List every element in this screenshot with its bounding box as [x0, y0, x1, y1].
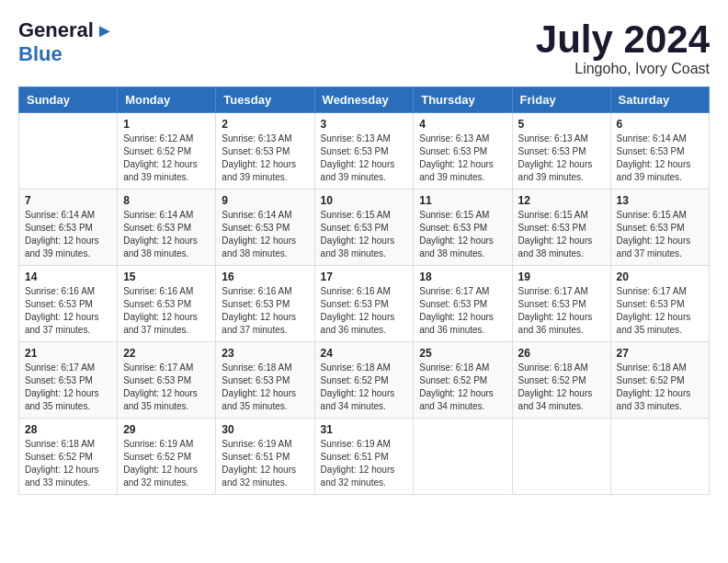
calendar-table: SundayMondayTuesdayWednesdayThursdayFrid… [18, 86, 710, 495]
day-number: 11 [419, 194, 506, 207]
day-number: 4 [419, 118, 506, 131]
day-number: 25 [419, 347, 506, 360]
logo: General ► Blue [18, 18, 114, 66]
calendar-cell: 10Sunrise: 6:15 AM Sunset: 6:53 PM Dayli… [314, 190, 414, 266]
page-header: General ► Blue July 2024 Lingoho, Ivory … [18, 18, 710, 77]
calendar-cell: 12Sunrise: 6:15 AM Sunset: 6:53 PM Dayli… [512, 190, 610, 266]
day-info: Sunrise: 6:17 AM Sunset: 6:53 PM Dayligh… [25, 362, 111, 413]
day-info: Sunrise: 6:18 AM Sunset: 6:52 PM Dayligh… [321, 362, 408, 413]
day-info: Sunrise: 6:17 AM Sunset: 6:53 PM Dayligh… [617, 285, 703, 337]
day-number: 16 [222, 270, 308, 283]
day-number: 31 [321, 423, 408, 436]
day-number: 24 [321, 347, 408, 360]
month-title: July 2024 [536, 18, 710, 61]
calendar-cell: 4Sunrise: 6:13 AM Sunset: 6:53 PM Daylig… [414, 113, 512, 190]
day-number: 22 [123, 347, 210, 360]
day-info: Sunrise: 6:12 AM Sunset: 6:52 PM Dayligh… [123, 132, 210, 184]
day-info: Sunrise: 6:16 AM Sunset: 6:53 PM Dayligh… [321, 285, 408, 337]
day-info: Sunrise: 6:13 AM Sunset: 6:53 PM Dayligh… [419, 132, 506, 184]
calendar-cell: 1Sunrise: 6:12 AM Sunset: 6:52 PM Daylig… [118, 113, 216, 190]
calendar-cell: 30Sunrise: 6:19 AM Sunset: 6:51 PM Dayli… [216, 419, 314, 495]
calendar-cell: 3Sunrise: 6:13 AM Sunset: 6:53 PM Daylig… [314, 113, 414, 190]
calendar-week-row: 1Sunrise: 6:12 AM Sunset: 6:52 PM Daylig… [19, 113, 710, 190]
calendar-cell: 18Sunrise: 6:17 AM Sunset: 6:53 PM Dayli… [414, 266, 512, 342]
calendar-week-row: 28Sunrise: 6:18 AM Sunset: 6:52 PM Dayli… [19, 419, 710, 495]
calendar-cell [414, 419, 512, 495]
calendar-cell: 20Sunrise: 6:17 AM Sunset: 6:53 PM Dayli… [610, 266, 709, 342]
calendar-cell [610, 419, 709, 495]
day-number: 2 [222, 118, 308, 131]
day-info: Sunrise: 6:19 AM Sunset: 6:52 PM Dayligh… [123, 438, 210, 489]
day-info: Sunrise: 6:19 AM Sunset: 6:51 PM Dayligh… [222, 438, 308, 489]
calendar-cell: 6Sunrise: 6:14 AM Sunset: 6:53 PM Daylig… [610, 113, 709, 190]
calendar-cell: 17Sunrise: 6:16 AM Sunset: 6:53 PM Dayli… [314, 266, 414, 342]
day-info: Sunrise: 6:13 AM Sunset: 6:53 PM Dayligh… [321, 132, 408, 184]
weekday-header-monday: Monday [118, 87, 216, 113]
calendar-cell: 23Sunrise: 6:18 AM Sunset: 6:53 PM Dayli… [216, 342, 314, 419]
day-number: 14 [25, 270, 111, 283]
calendar-cell: 16Sunrise: 6:16 AM Sunset: 6:53 PM Dayli… [216, 266, 314, 342]
day-info: Sunrise: 6:13 AM Sunset: 6:53 PM Dayligh… [222, 132, 308, 184]
day-info: Sunrise: 6:18 AM Sunset: 6:52 PM Dayligh… [518, 362, 605, 413]
day-number: 21 [25, 347, 111, 360]
day-number: 9 [222, 194, 308, 207]
day-number: 29 [123, 423, 210, 436]
calendar-cell: 7Sunrise: 6:14 AM Sunset: 6:53 PM Daylig… [19, 190, 118, 266]
weekday-header-sunday: Sunday [19, 87, 118, 113]
calendar-cell: 21Sunrise: 6:17 AM Sunset: 6:53 PM Dayli… [19, 342, 118, 419]
day-number: 18 [419, 270, 506, 283]
day-number: 5 [518, 118, 605, 131]
calendar-cell: 15Sunrise: 6:16 AM Sunset: 6:53 PM Dayli… [118, 266, 216, 342]
day-info: Sunrise: 6:16 AM Sunset: 6:53 PM Dayligh… [25, 285, 111, 337]
day-info: Sunrise: 6:17 AM Sunset: 6:53 PM Dayligh… [518, 285, 605, 337]
weekday-header-wednesday: Wednesday [314, 87, 414, 113]
day-number: 28 [25, 423, 111, 436]
day-info: Sunrise: 6:18 AM Sunset: 6:52 PM Dayligh… [25, 438, 111, 489]
day-number: 26 [518, 347, 605, 360]
day-info: Sunrise: 6:16 AM Sunset: 6:53 PM Dayligh… [222, 285, 308, 337]
day-info: Sunrise: 6:15 AM Sunset: 6:53 PM Dayligh… [321, 209, 408, 260]
day-info: Sunrise: 6:15 AM Sunset: 6:53 PM Dayligh… [617, 209, 703, 260]
day-number: 1 [123, 118, 210, 131]
calendar-cell: 14Sunrise: 6:16 AM Sunset: 6:53 PM Dayli… [19, 266, 118, 342]
day-info: Sunrise: 6:14 AM Sunset: 6:53 PM Dayligh… [123, 209, 210, 260]
day-number: 15 [123, 270, 210, 283]
logo-bird-icon: ► [96, 20, 114, 41]
day-number: 3 [321, 118, 408, 131]
day-number: 17 [321, 270, 408, 283]
day-info: Sunrise: 6:18 AM Sunset: 6:53 PM Dayligh… [222, 362, 308, 413]
day-number: 30 [222, 423, 308, 436]
calendar-cell: 8Sunrise: 6:14 AM Sunset: 6:53 PM Daylig… [118, 190, 216, 266]
day-info: Sunrise: 6:14 AM Sunset: 6:53 PM Dayligh… [25, 209, 111, 260]
calendar-cell: 13Sunrise: 6:15 AM Sunset: 6:53 PM Dayli… [610, 190, 709, 266]
day-number: 13 [617, 194, 703, 207]
calendar-cell: 25Sunrise: 6:18 AM Sunset: 6:52 PM Dayli… [414, 342, 512, 419]
day-info: Sunrise: 6:18 AM Sunset: 6:52 PM Dayligh… [617, 362, 703, 413]
calendar-cell: 28Sunrise: 6:18 AM Sunset: 6:52 PM Dayli… [19, 419, 118, 495]
calendar-week-row: 21Sunrise: 6:17 AM Sunset: 6:53 PM Dayli… [19, 342, 710, 419]
day-number: 20 [617, 270, 703, 283]
calendar-cell: 31Sunrise: 6:19 AM Sunset: 6:51 PM Dayli… [314, 419, 414, 495]
logo-general-text: General [18, 18, 94, 42]
day-info: Sunrise: 6:17 AM Sunset: 6:53 PM Dayligh… [123, 362, 210, 413]
weekday-header-thursday: Thursday [414, 87, 512, 113]
calendar-cell: 27Sunrise: 6:18 AM Sunset: 6:52 PM Dayli… [610, 342, 709, 419]
calendar-cell: 19Sunrise: 6:17 AM Sunset: 6:53 PM Dayli… [512, 266, 610, 342]
day-number: 12 [518, 194, 605, 207]
day-info: Sunrise: 6:13 AM Sunset: 6:53 PM Dayligh… [518, 132, 605, 184]
day-info: Sunrise: 6:15 AM Sunset: 6:53 PM Dayligh… [419, 209, 506, 260]
calendar-week-row: 7Sunrise: 6:14 AM Sunset: 6:53 PM Daylig… [19, 190, 710, 266]
calendar-week-row: 14Sunrise: 6:16 AM Sunset: 6:53 PM Dayli… [19, 266, 710, 342]
calendar-cell: 22Sunrise: 6:17 AM Sunset: 6:53 PM Dayli… [118, 342, 216, 419]
day-info: Sunrise: 6:17 AM Sunset: 6:53 PM Dayligh… [419, 285, 506, 337]
weekday-header-row: SundayMondayTuesdayWednesdayThursdayFrid… [19, 87, 710, 113]
weekday-header-tuesday: Tuesday [216, 87, 314, 113]
day-info: Sunrise: 6:18 AM Sunset: 6:52 PM Dayligh… [419, 362, 506, 413]
weekday-header-saturday: Saturday [610, 87, 709, 113]
calendar-cell: 5Sunrise: 6:13 AM Sunset: 6:53 PM Daylig… [512, 113, 610, 190]
day-number: 23 [222, 347, 308, 360]
day-info: Sunrise: 6:14 AM Sunset: 6:53 PM Dayligh… [617, 132, 703, 184]
calendar-cell: 9Sunrise: 6:14 AM Sunset: 6:53 PM Daylig… [216, 190, 314, 266]
day-info: Sunrise: 6:16 AM Sunset: 6:53 PM Dayligh… [123, 285, 210, 337]
calendar-cell: 29Sunrise: 6:19 AM Sunset: 6:52 PM Dayli… [118, 419, 216, 495]
